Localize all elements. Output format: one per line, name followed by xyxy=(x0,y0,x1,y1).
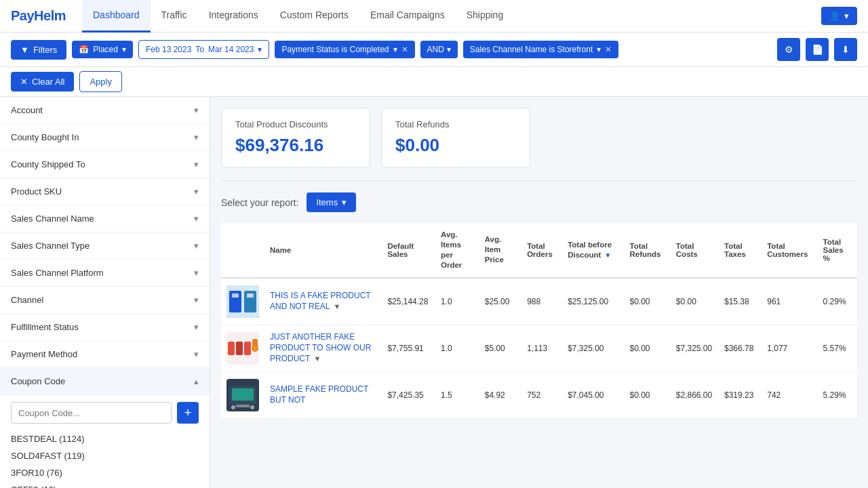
nav-item-dashboard[interactable]: Dashboard xyxy=(82,0,151,33)
filter-icon: ▼ xyxy=(313,354,321,363)
placed-chevron-icon: ▾ xyxy=(122,45,126,54)
sidebar-item-product-sku[interactable]: Product SKU ▾ xyxy=(0,178,210,205)
list-item[interactable]: BESTDEAL (1124) xyxy=(11,430,199,447)
nav-item-email-campaigns[interactable]: Email Campaigns xyxy=(359,0,456,33)
filter-row-2: ✕ Clear All Apply xyxy=(0,67,868,97)
list-item[interactable]: SOLD4FAST (119) xyxy=(11,447,199,464)
settings-icon-button[interactable]: ⚙ xyxy=(777,38,800,61)
sidebar-item-sales-channel-type[interactable]: Sales Channel Type ▾ xyxy=(0,232,210,260)
product-link[interactable]: THIS IS A FAKE PRODUCT AND NOT REAL xyxy=(270,291,370,311)
nav-item-integrations[interactable]: Integrations xyxy=(198,0,269,33)
coupon-add-button[interactable]: + xyxy=(177,402,199,424)
export-icon-button[interactable]: 📄 xyxy=(806,38,829,61)
total-refunds-cell: $0.00 xyxy=(625,325,671,371)
date-chevron-icon: ▾ xyxy=(258,45,262,54)
default-sales-cell: $25,144.28 xyxy=(382,278,435,325)
total-sales-pct-cell: 5.29% xyxy=(818,371,857,418)
user-menu-button[interactable]: 👤 ▾ xyxy=(821,7,857,25)
sidebar-item-fulfillment-status[interactable]: Fulfillment Status ▾ xyxy=(0,314,210,341)
total-product-discounts-card: Total Product Discounts $69,376.16 xyxy=(221,108,370,167)
chevron-down-icon: ▾ xyxy=(194,186,199,197)
table-row: JUST ANOTHER FAKE PRODUCT TO SHOW OUR PR… xyxy=(221,325,857,371)
data-table: Name Default Sales Avg. Items per Order … xyxy=(221,223,857,419)
svg-rect-15 xyxy=(236,405,250,407)
avg-items-cell: 1.0 xyxy=(435,278,479,325)
nav-item-shipping[interactable]: Shipping xyxy=(456,0,515,33)
th-avg-price: Avg. Item Price xyxy=(479,223,521,278)
svg-rect-14 xyxy=(232,388,254,401)
date-from: Feb 13 2023 xyxy=(146,45,191,54)
total-sales-pct-cell: 5.57% xyxy=(818,325,857,371)
product-name-cell: SAMPLE FAKE PRODUCT BUT NOT xyxy=(264,371,382,418)
product-image-cell xyxy=(221,371,264,418)
total-costs-cell: $2,866.00 xyxy=(671,371,719,418)
coupon-code-list: BESTDEAL (1124) SOLD4FAST (119) 3FOR10 (… xyxy=(11,430,199,488)
placed-pill[interactable]: 📅 Placed ▾ xyxy=(72,41,133,58)
avg-price-cell: $5.00 xyxy=(479,325,521,371)
th-total-before-discount[interactable]: Total before Discount ▼ xyxy=(562,223,624,278)
svg-rect-3 xyxy=(232,293,239,298)
date-to-label: To xyxy=(195,45,204,54)
svg-rect-6 xyxy=(228,342,235,355)
calendar-icon: 📅 xyxy=(79,45,89,54)
total-product-discounts-value: $69,376.16 xyxy=(235,135,356,156)
product-thumbnail xyxy=(226,379,259,411)
table-row: THIS IS A FAKE PRODUCT AND NOT REAL ▼ $2… xyxy=(221,278,857,325)
total-taxes-cell: $15.38 xyxy=(719,278,762,325)
list-item[interactable]: 3FOR10 (76) xyxy=(11,464,199,481)
product-name-cell: JUST ANOTHER FAKE PRODUCT TO SHOW OUR PR… xyxy=(264,325,382,371)
apply-button[interactable]: Apply xyxy=(79,71,122,92)
sidebar-item-payment-method[interactable]: Payment Method ▾ xyxy=(0,341,210,368)
and-pill[interactable]: AND ▾ xyxy=(420,41,458,58)
default-sales-cell: $7,755.91 xyxy=(382,325,435,371)
th-avg-items: Avg. Items per Order xyxy=(435,223,479,278)
date-to: Mar 14 2023 xyxy=(208,45,254,54)
sidebar-item-county-bought-in[interactable]: County Bought In ▾ xyxy=(0,124,210,151)
th-default-sales: Default Sales xyxy=(382,223,435,278)
sidebar-item-sales-channel-name[interactable]: Sales Channel Name ▾ xyxy=(0,205,210,232)
date-range-pill[interactable]: Feb 13 2023 To Mar 14 2023 ▾ xyxy=(138,40,269,59)
total-refunds-value: $0.00 xyxy=(395,135,516,156)
top-nav: PayHelm Dashboard Traffic Integrations C… xyxy=(0,0,868,33)
download-icon-button[interactable]: ⬇ xyxy=(834,38,857,61)
total-costs-cell: $7,325.00 xyxy=(671,325,719,371)
clear-all-button[interactable]: ✕ Clear All xyxy=(11,72,74,92)
coupon-code-input[interactable] xyxy=(11,402,172,424)
avg-price-cell: $25.00 xyxy=(479,278,521,325)
clear-icon: ✕ xyxy=(20,77,28,87)
th-total-sales-pct: Total Sales % xyxy=(818,223,857,278)
chevron-down-icon: ▾ xyxy=(194,214,199,224)
svg-point-17 xyxy=(250,405,254,409)
sidebar-item-sales-channel-platform[interactable]: Sales Channel Platform ▾ xyxy=(0,260,210,287)
sidebar-item-channel[interactable]: Channel ▾ xyxy=(0,287,210,314)
data-table-container: Name Default Sales Avg. Items per Order … xyxy=(221,223,857,419)
filters-button[interactable]: ▼ Filters xyxy=(11,40,66,60)
total-sales-pct-cell: 0.29% xyxy=(818,278,857,325)
summary-cards: Total Product Discounts $69,376.16 Total… xyxy=(221,108,857,167)
payment-status-delete-icon[interactable]: ✕ xyxy=(401,45,408,54)
product-link[interactable]: SAMPLE FAKE PRODUCT BUT NOT xyxy=(270,384,368,405)
report-selector-row: Select your report: Items ▾ xyxy=(221,192,857,212)
table-row: SAMPLE FAKE PRODUCT BUT NOT $7,425.35 1.… xyxy=(221,371,857,418)
sales-channel-delete-icon[interactable]: ✕ xyxy=(605,45,612,54)
user-icon: 👤 xyxy=(829,11,840,21)
product-image-cell xyxy=(221,278,264,325)
sidebar-item-account[interactable]: Account ▾ xyxy=(0,97,210,124)
th-total-customers: Total Customers xyxy=(762,223,817,278)
payment-status-filter-pill[interactable]: Payment Status is Completed ▾ ✕ xyxy=(275,41,414,58)
svg-rect-7 xyxy=(236,342,243,355)
chevron-down-icon: ▾ xyxy=(194,322,199,332)
list-item[interactable]: OFF50 (16) xyxy=(11,481,199,488)
logo: PayHelm xyxy=(11,8,66,24)
sidebar-item-county-shipped-to[interactable]: County Shipped To ▾ xyxy=(0,151,210,178)
total-product-discounts-label: Total Product Discounts xyxy=(235,119,356,129)
product-thumbnail xyxy=(226,332,259,365)
items-dropdown-button[interactable]: Items ▾ xyxy=(307,192,356,212)
sales-channel-filter-pill[interactable]: Sales Channel Name is Storefront ▾ ✕ xyxy=(463,41,618,58)
nav-item-custom-reports[interactable]: Custom Reports xyxy=(269,0,359,33)
avg-items-cell: 1.5 xyxy=(435,371,479,418)
nav-item-traffic[interactable]: Traffic xyxy=(151,0,198,33)
total-orders-cell: 752 xyxy=(521,371,562,418)
filter-icon: ▼ xyxy=(333,302,340,310)
sidebar-item-coupon-code[interactable]: Coupon Code ▴ xyxy=(0,368,210,395)
